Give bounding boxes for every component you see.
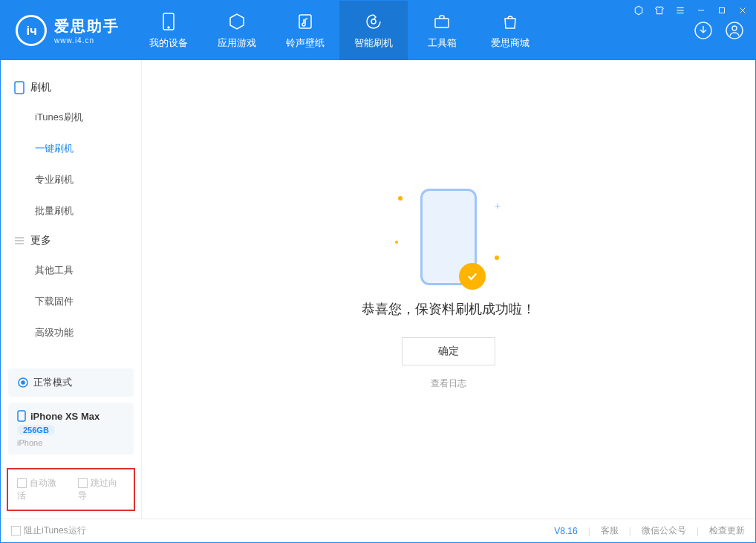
sidebar-item-advanced[interactable]: 高级功能	[1, 317, 141, 348]
view-log-link[interactable]: 查看日志	[431, 377, 466, 390]
wechat-link[interactable]: 微信公众号	[642, 524, 686, 537]
sidebar: 刷机 iTunes刷机 一键刷机 专业刷机 批量刷机 更多 其他工具 下载固件 …	[1, 60, 142, 518]
success-illustration: +	[420, 189, 477, 285]
main-content: + 恭喜您，保资料刷机成功啦！ 确定 查看日志	[142, 60, 755, 518]
close-icon[interactable]	[737, 4, 749, 16]
sidebar-item-itunes-flash[interactable]: iTunes刷机	[1, 102, 141, 133]
tab-label: 工具箱	[428, 36, 457, 50]
tab-ringtones[interactable]: 铃声壁纸	[271, 1, 339, 60]
settings-icon[interactable]	[633, 4, 645, 16]
sidebar-item-batch-flash[interactable]: 批量刷机	[1, 195, 141, 227]
mode-card[interactable]: 正常模式	[8, 368, 134, 397]
checkbox-auto-activate[interactable]: 自动激活	[17, 477, 65, 502]
sidebar-item-other-tools[interactable]: 其他工具	[1, 255, 141, 286]
tab-label: 智能刷机	[354, 36, 393, 50]
support-link[interactable]: 客服	[601, 524, 619, 537]
tab-label: 铃声壁纸	[286, 36, 325, 50]
success-message: 恭喜您，保资料刷机成功啦！	[362, 300, 535, 318]
device-name: iPhone XS Max	[30, 411, 100, 422]
svg-rect-17	[15, 82, 24, 94]
sidebar-group-flash: 刷机	[1, 74, 141, 102]
svg-marker-0	[635, 6, 642, 15]
device-icon	[17, 410, 26, 422]
sidebar-item-onekey-flash[interactable]: 一键刷机	[1, 133, 141, 164]
version-label: V8.16	[554, 526, 577, 536]
download-icon[interactable]	[693, 20, 714, 41]
mode-label: 正常模式	[33, 376, 72, 389]
checkbox-skip-guide[interactable]: 跳过向导	[78, 477, 126, 502]
app-website: www.i4.cn	[54, 36, 120, 45]
checkmark-icon	[459, 263, 486, 290]
list-icon	[14, 235, 25, 246]
svg-text:iч: iч	[27, 24, 37, 37]
checkbox-label: 阻止iTunes运行	[24, 525, 86, 536]
user-icon[interactable]	[724, 20, 745, 41]
tab-label: 爱思商城	[491, 36, 529, 50]
tab-store[interactable]: 爱思商城	[476, 1, 544, 60]
statusbar: 阻止iTunes运行 V8.16 | 客服 | 微信公众号 | 检查更新	[1, 518, 755, 542]
tab-toolbox[interactable]: 工具箱	[408, 1, 476, 60]
device-type: iPhone	[17, 438, 125, 447]
sidebar-item-download-firmware[interactable]: 下载固件	[1, 286, 141, 317]
refresh-icon	[17, 377, 29, 388]
tab-label: 我的设备	[149, 36, 188, 50]
tab-smart-flash[interactable]: 智能刷机	[339, 1, 408, 60]
tab-label: 应用游戏	[218, 36, 256, 50]
phone-icon	[14, 81, 25, 94]
menu-icon[interactable]	[674, 4, 686, 16]
nav-tabs: 我的设备 应用游戏 铃声壁纸 智能刷机 工具箱 爱思商城	[134, 1, 693, 60]
minimize-icon[interactable]	[695, 4, 707, 16]
checkbox-block-itunes[interactable]: 阻止iTunes运行	[11, 524, 86, 537]
tab-my-device[interactable]: 我的设备	[134, 1, 203, 60]
skin-icon[interactable]	[654, 4, 665, 16]
svg-point-12	[371, 19, 376, 24]
svg-rect-5	[720, 8, 725, 13]
tab-apps-games[interactable]: 应用游戏	[203, 1, 271, 60]
device-card[interactable]: iPhone XS Max 256GB iPhone	[8, 403, 134, 455]
group-title-label: 更多	[30, 234, 51, 247]
group-title-label: 刷机	[30, 81, 51, 94]
maximize-icon[interactable]	[716, 4, 728, 16]
svg-rect-13	[435, 19, 449, 27]
update-link[interactable]: 检查更新	[709, 524, 745, 537]
device-capacity: 256GB	[17, 425, 55, 435]
svg-point-10	[168, 27, 169, 28]
sidebar-group-more: 更多	[1, 227, 141, 255]
svg-point-22	[22, 381, 25, 384]
flash-options-highlighted: 自动激活 跳过向导	[7, 468, 135, 511]
sidebar-item-pro-flash[interactable]: 专业刷机	[1, 164, 141, 195]
svg-rect-23	[18, 411, 25, 421]
app-name: 爱思助手	[54, 16, 120, 36]
logo[interactable]: iч 爱思助手 www.i4.cn	[1, 1, 134, 60]
ok-button[interactable]: 确定	[402, 337, 495, 365]
svg-point-16	[732, 26, 737, 30]
